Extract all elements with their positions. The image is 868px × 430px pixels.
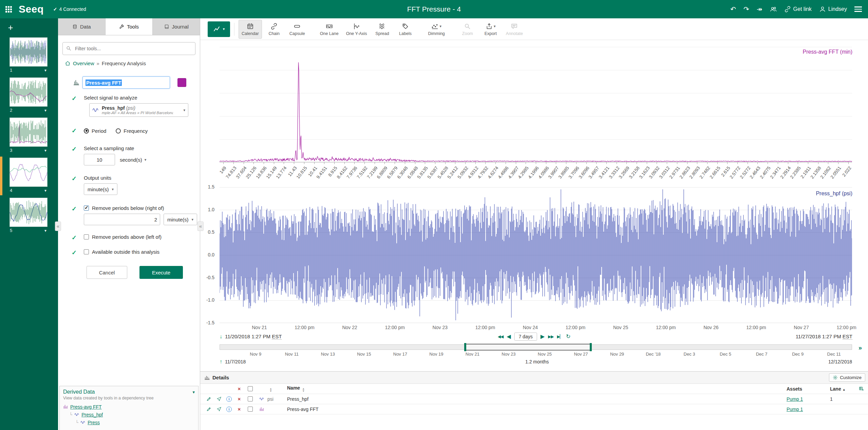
seeq-logo[interactable]: Seeq: [19, 3, 44, 15]
output-unit-select[interactable]: minute(s)▾: [84, 183, 117, 195]
worksheet-item-4[interactable]: 4▾: [10, 158, 48, 193]
lane-column-header[interactable]: Lane▲: [827, 386, 854, 392]
home-icon[interactable]: [65, 60, 71, 66]
collapse-tools-handle[interactable]: «: [197, 221, 204, 231]
worksheet-thumbnail[interactable]: [10, 118, 48, 147]
worksheet-thumbnail[interactable]: [10, 158, 48, 187]
undo-button[interactable]: ↶: [730, 5, 736, 13]
remove-below-checkbox[interactable]: Remove periods below (right of): [84, 205, 200, 211]
worksheet-thumbnail[interactable]: [10, 198, 48, 227]
hamburger-menu-button[interactable]: [854, 6, 862, 12]
row-checkbox[interactable]: [248, 407, 253, 412]
export-button[interactable]: ▾Export: [480, 20, 502, 39]
customize-button[interactable]: Customize: [829, 373, 865, 382]
timeline-track[interactable]: [220, 344, 852, 350]
worksheet-menu-chevron[interactable]: ▾: [44, 68, 46, 73]
info-icon[interactable]: i: [224, 396, 234, 402]
fft-legend[interactable]: Press-avg FFT (min): [803, 49, 852, 55]
select-all-checkbox[interactable]: [248, 386, 253, 391]
remove-above-checkbox[interactable]: Remove periods above (left of): [84, 234, 200, 240]
range-end-timezone[interactable]: EST: [843, 334, 852, 340]
asset-link[interactable]: Pump 1: [787, 407, 803, 412]
available-outside-checkbox[interactable]: Available outside this analysis: [84, 249, 200, 255]
share-button[interactable]: ↠: [757, 5, 762, 13]
result-name-input[interactable]: Press-avg FFT: [82, 76, 170, 89]
worksheet-thumbnail[interactable]: [10, 77, 48, 107]
new-worksheet-button[interactable]: +: [5, 22, 16, 33]
frequency-radio[interactable]: Frequency: [116, 128, 148, 134]
step-forward-fast-button[interactable]: ▶▶: [548, 334, 553, 339]
worksheet-item-2[interactable]: 2▾: [10, 77, 48, 113]
collapse-worksheets-handle[interactable]: «: [55, 221, 61, 231]
color-swatch-button[interactable]: [177, 78, 186, 87]
step-to-end-button[interactable]: ▶▏: [557, 334, 562, 339]
worksheet-item-1[interactable]: 1▾: [10, 37, 48, 73]
name-column-header[interactable]: Name▲▼: [285, 385, 787, 392]
remove-all-button[interactable]: ×: [234, 386, 244, 392]
signal-legend[interactable]: Press_hpf (psi): [816, 191, 852, 197]
tab-data[interactable]: Data: [58, 18, 106, 35]
get-link-button[interactable]: Get link: [784, 6, 812, 13]
timeline-expand-icon[interactable]: »: [858, 344, 862, 352]
period-radio[interactable]: Period: [84, 128, 106, 134]
refresh-button[interactable]: ↻: [566, 333, 570, 340]
apps-grid-button[interactable]: [5, 6, 12, 13]
dimming-button[interactable]: ▾Dimming: [425, 20, 448, 39]
execute-button[interactable]: Execute: [139, 266, 183, 279]
filter-tools-input[interactable]: [62, 42, 195, 55]
labels-button[interactable]: Labels: [395, 20, 416, 39]
tab-tools[interactable]: Tools: [106, 18, 153, 35]
sampling-rate-input[interactable]: 10: [84, 154, 115, 165]
one-lane-button[interactable]: One Lane: [317, 20, 342, 39]
tab-journal[interactable]: Journal: [153, 18, 200, 35]
derived-item-link[interactable]: Press: [88, 420, 100, 425]
step-back-button[interactable]: ◀: [507, 333, 511, 340]
edit-icon[interactable]: [204, 396, 214, 401]
asset-link[interactable]: Pump 1: [787, 396, 803, 402]
assets-column-header[interactable]: Assets: [787, 386, 827, 392]
add-column-icon[interactable]: [859, 386, 864, 391]
step-forward-button[interactable]: ▶: [541, 333, 545, 340]
range-start-date[interactable]: 11/20/2018 1:27 PM EST: [225, 334, 282, 339]
calendar-button[interactable]: Calendar: [239, 20, 262, 39]
worksheet-thumbnail[interactable]: [10, 37, 48, 67]
remove-below-unit-select[interactable]: minute(s)▾: [164, 214, 197, 225]
duration-button[interactable]: 7 days: [514, 333, 537, 341]
user-menu-button[interactable]: Lindsey: [819, 6, 847, 13]
derived-item-link[interactable]: Press-avg FFT: [70, 404, 102, 410]
worksheet-item-3[interactable]: 3▾: [10, 118, 48, 153]
item-name[interactable]: Press-avg FFT: [285, 407, 787, 412]
timeline-selection[interactable]: [465, 344, 591, 351]
row-checkbox[interactable]: [248, 396, 253, 401]
cancel-button[interactable]: Cancel: [87, 266, 127, 279]
range-start-timezone[interactable]: EST: [272, 334, 282, 340]
sort-icon[interactable]: ▲▼: [302, 388, 305, 392]
chain-button[interactable]: Chain: [263, 20, 285, 39]
spread-button[interactable]: Spread: [372, 20, 393, 39]
send-icon[interactable]: [214, 407, 224, 412]
worksheet-menu-chevron[interactable]: ▾: [44, 148, 46, 153]
breadcrumb-overview-link[interactable]: Overview: [73, 60, 94, 66]
worksheet-menu-chevron[interactable]: ▾: [44, 228, 46, 233]
redo-button[interactable]: ↷: [743, 5, 749, 13]
edit-icon[interactable]: [204, 407, 214, 412]
send-icon[interactable]: [214, 396, 224, 401]
derived-item-link[interactable]: Press_hpf: [81, 412, 103, 417]
timeline-start-date[interactable]: 11/7/2018: [225, 359, 246, 364]
step-back-fast-button[interactable]: ◀◀: [498, 334, 503, 339]
signal-select[interactable]: Press_hpf (psi) mple-AF » All Areas » PI…: [89, 103, 188, 117]
sort-icon[interactable]: ▲▼: [269, 388, 272, 392]
fft-plot-area[interactable]: [220, 47, 852, 162]
timeline-end-date[interactable]: 12/12/2018: [828, 359, 852, 364]
remove-icon[interactable]: ×: [234, 396, 244, 402]
remove-below-value-input[interactable]: 2: [84, 214, 160, 225]
remove-icon[interactable]: ×: [234, 406, 244, 412]
one-y-axis-button[interactable]: One Y-Axis: [343, 20, 370, 39]
worksheet-item-5[interactable]: 5▾: [10, 198, 48, 233]
capsule-button[interactable]: Capsule: [286, 20, 308, 39]
worksheet-menu-chevron[interactable]: ▾: [44, 188, 46, 193]
item-name[interactable]: Press_hpf: [285, 396, 787, 402]
range-end-date[interactable]: 11/27/2018 1:27 PM EST: [796, 334, 852, 339]
sampling-unit-select[interactable]: second(s)▾: [118, 157, 148, 163]
connection-status[interactable]: ✓ 4 Connected: [53, 6, 86, 12]
